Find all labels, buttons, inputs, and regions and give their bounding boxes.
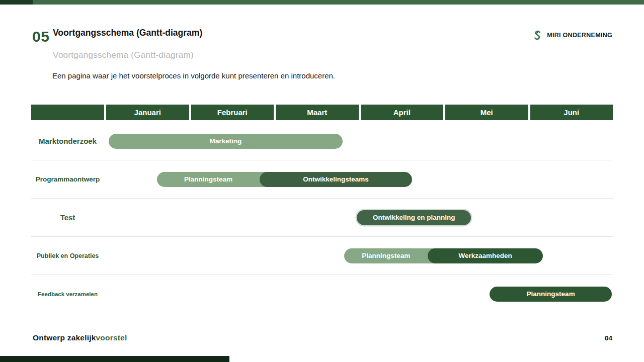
task-timeline: Planningsteam (106, 275, 613, 313)
month-header-cell: Maart (276, 105, 359, 120)
gantt-bar-label: Planningsteam (344, 248, 428, 263)
gantt-bar: Ontwikkelingsteams (260, 172, 412, 187)
task-row: Publiek en OperatiesPlanningsteamWerkzaa… (31, 237, 613, 275)
task-label: Programmaontwerp (31, 160, 104, 198)
page-description: Een pagina waar je het voorstelproces in… (52, 71, 335, 80)
gantt-bar: Marketing (109, 134, 343, 149)
top-accent-bar (0, 0, 644, 5)
month-header-cell: Juni (530, 105, 613, 120)
footer-title-accent: voorstel (96, 333, 127, 342)
task-label: Test (31, 199, 104, 236)
task-row: TestOntwikkeling en planning (31, 199, 613, 237)
slide-number: 05 (32, 28, 49, 45)
gantt-bar-label: Werkzaamheden (428, 248, 542, 263)
page-subtitle: Voortgangsschema (Gantt-diagram) (53, 50, 194, 60)
task-label: Marktonderzoek (31, 122, 104, 160)
gantt-bar-label: Marketing (109, 134, 343, 149)
top-accent-bar-dark-segment (0, 0, 33, 5)
task-timeline: Marketing (106, 122, 613, 160)
gantt-chart: JanuariFebruariMaartAprilMeiJuni Markton… (31, 105, 613, 313)
month-header-cell: April (361, 105, 444, 120)
month-header-cell: Mei (445, 105, 528, 120)
task-timeline: PlanningsteamWerkzaamheden (106, 237, 613, 275)
slide: 05 Voortgangsschema (Gantt-diagram) Voor… (0, 0, 644, 362)
brand-name: MIRI ONDERNEMING (547, 32, 612, 39)
gantt-bar-label: Planningsteam (157, 172, 260, 187)
gantt-bar: Ontwikkeling en planning (357, 210, 471, 225)
task-label: Publiek en Operaties (31, 237, 104, 275)
month-header-cell: Februari (191, 105, 274, 120)
task-row: MarktonderzoekMarketing (31, 122, 613, 160)
task-timeline: Ontwikkeling en planning (106, 199, 613, 236)
gantt-bar: Werkzaamheden (428, 248, 542, 263)
page-number: 04 (605, 334, 612, 342)
brand: MIRI ONDERNEMING (531, 29, 612, 41)
gantt-corner-cell (31, 105, 104, 120)
month-header-cell: Januari (106, 105, 189, 120)
footer-title-bold: Ontwerp zakelijk (33, 333, 96, 342)
footer-title: Ontwerp zakelijkvoorstel (33, 333, 127, 342)
gantt-bar-label: Ontwikkelingsteams (260, 172, 412, 187)
gantt-rows: MarktonderzoekMarketingProgrammaontwerpP… (31, 122, 613, 313)
task-timeline: PlanningsteamOntwikkelingsteams (106, 160, 613, 198)
task-label: Feedback verzamelen (31, 275, 104, 313)
page-title: Voortgangsschema (Gantt-diagram) (53, 28, 202, 38)
gantt-bar-label: Planningsteam (490, 287, 612, 302)
brand-logo-icon (531, 29, 543, 41)
task-row: Feedback verzamelenPlanningsteam (31, 275, 613, 313)
gantt-header-row: JanuariFebruariMaartAprilMeiJuni (31, 105, 613, 120)
bottom-accent-bar (0, 356, 229, 362)
gantt-bar: Planningsteam (490, 287, 612, 302)
gantt-bar-label: Ontwikkeling en planning (357, 210, 471, 225)
task-row: ProgrammaontwerpPlanningsteamOntwikkelin… (31, 160, 613, 199)
